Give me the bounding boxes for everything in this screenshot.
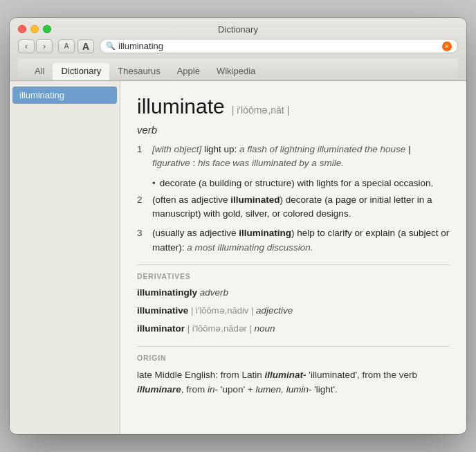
pronunciation: | i'lōōmə,nāt | [232,105,290,116]
tab-thesaurus[interactable]: Thesaurus [109,63,168,80]
derivatives-label: DERIVATIVES [137,272,450,280]
titlebar: Dictionary ‹ › A A 🔍 ✕ All Dictionary Th… [10,18,466,81]
forward-button[interactable]: › [36,39,53,53]
origin-label: ORIGIN [137,354,450,362]
decrease-font-button[interactable]: A [58,39,75,53]
content-area: illuminate | i'lōōmə,nāt | verb 1 [with … [120,81,466,434]
tab-wikipedia[interactable]: Wikipedia [208,63,264,80]
section-divider [137,346,450,347]
def-num: 1 [137,143,147,171]
word-header: illuminate | i'lōōmə,nāt | [137,95,450,118]
search-input[interactable] [118,41,439,51]
back-button[interactable]: ‹ [18,39,35,53]
maximize-button[interactable] [43,25,51,33]
derivative-word: illuminative [137,305,188,316]
bullet-text: decorate (a building or structure) with … [160,177,433,190]
close-button[interactable] [18,25,26,33]
derivative-word: illuminator [137,323,185,334]
toolbar: ‹ › A A 🔍 ✕ [18,39,458,53]
bullet-item: • decorate (a building or structure) wit… [152,177,450,190]
bullet-dot: • [152,177,156,190]
window-controls [18,25,51,33]
definition-item: 3 (usually as adjective illuminating) he… [137,226,450,255]
definition-list: 1 [with object] light up: a flash of lig… [137,143,450,255]
def-text: (often as adjective illuminated) decorat… [152,193,450,222]
titlebar-top: Dictionary [18,25,458,33]
derivative-item: illuminative | i'lōōmə,nādiv | adjective [137,304,450,318]
derivative-pronunciation: | i'lōōmə,nādər | [187,323,255,334]
derivative-pos: noun [255,323,275,334]
tab-all[interactable]: All [26,63,53,80]
font-size-controls: A A [58,39,94,53]
derivative-pos: adverb [200,287,228,298]
search-icon: 🔍 [106,42,116,51]
app-window: Dictionary ‹ › A A 🔍 ✕ All Dictionary Th… [10,18,466,434]
minimize-button[interactable] [30,25,39,33]
tab-apple[interactable]: Apple [169,63,208,80]
search-clear-button[interactable]: ✕ [442,42,452,51]
derivative-pronunciation: | i'lōōmə,nādiv | [191,305,256,316]
derivative-item: illuminator | i'lōōmə,nādər | noun [137,322,450,336]
word-title: illuminate [137,95,225,118]
window-title: Dictionary [218,24,258,35]
def-text: [with object] light up: a flash of light… [152,143,450,171]
origin-text: late Middle English: from Latin illumina… [137,368,450,397]
sidebar-item[interactable]: illuminating [12,87,117,104]
nav-buttons: ‹ › [18,39,53,53]
sidebar: illuminating [10,81,120,434]
main-content: illuminating illuminate | i'lōōmə,nāt | … [10,81,466,434]
def-num: 2 [137,193,147,222]
search-bar: 🔍 ✕ [100,39,458,53]
derivative-item: illuminatingly adverb [137,286,450,300]
definition-item: 1 [with object] light up: a flash of lig… [137,143,450,171]
def-num: 3 [137,226,147,255]
derivative-word: illuminatingly [137,287,197,298]
tab-bar: All Dictionary Thesaurus Apple Wikipedia [18,59,458,80]
derivative-pos: adjective [256,305,293,316]
tab-dictionary[interactable]: Dictionary [53,63,109,80]
part-of-speech: verb [137,124,450,136]
increase-font-button[interactable]: A [77,39,94,53]
def-text: (usually as adjective illuminating) help… [152,226,450,255]
section-divider [137,264,450,265]
definition-item: 2 (often as adjective illuminated) decor… [137,193,450,222]
